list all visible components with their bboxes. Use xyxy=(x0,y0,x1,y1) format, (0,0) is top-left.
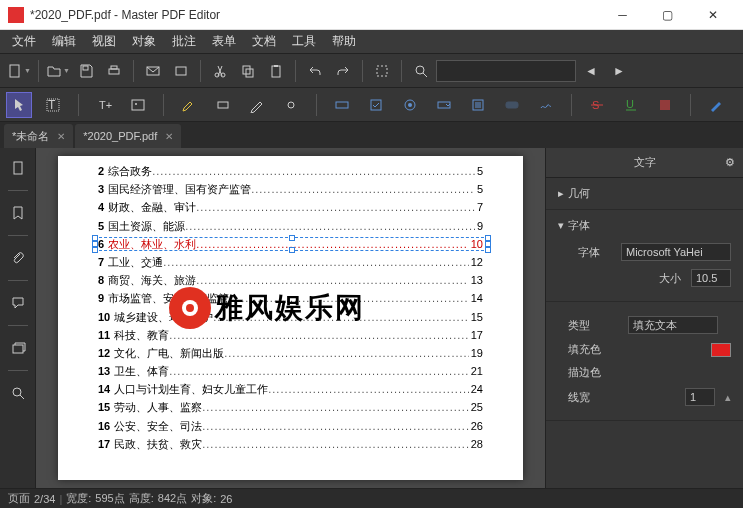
toc-line[interactable]: 17民政、扶贫、救灾..............................… xyxy=(98,438,483,451)
toc-title: 综合政务 xyxy=(108,165,152,178)
attachments-icon[interactable] xyxy=(4,244,32,272)
window-title: *2020_PDF.pdf - Master PDF Editor xyxy=(30,8,600,22)
text-edit-icon[interactable]: T xyxy=(40,92,66,118)
menu-help[interactable]: 帮助 xyxy=(324,30,364,53)
edit-toolbar: T T+ S U xyxy=(0,88,743,122)
menu-file[interactable]: 文件 xyxy=(4,30,44,53)
toc-line[interactable]: 7工业、交通..................................… xyxy=(98,256,483,269)
save-icon[interactable] xyxy=(73,58,99,84)
search-next-icon[interactable]: ► xyxy=(606,58,632,84)
form-text-icon[interactable] xyxy=(329,92,355,118)
search-input[interactable] xyxy=(436,60,576,82)
tab-untitled[interactable]: *未命名 ✕ xyxy=(4,124,73,148)
settings-icon[interactable]: ⚙ xyxy=(725,156,735,169)
form-dropdown-icon[interactable] xyxy=(431,92,457,118)
bookmarks-icon[interactable] xyxy=(4,199,32,227)
maximize-button[interactable]: ▢ xyxy=(645,0,690,30)
email-icon[interactable] xyxy=(140,58,166,84)
menu-view[interactable]: 视图 xyxy=(84,30,124,53)
main-area: 2综合政务...................................… xyxy=(0,148,743,488)
toc-line[interactable]: 15劳动、人事、监察..............................… xyxy=(98,401,483,414)
select-icon[interactable] xyxy=(369,58,395,84)
menu-object[interactable]: 对象 xyxy=(124,30,164,53)
toc-line[interactable]: 12文化、广电、新闻出版............................… xyxy=(98,347,483,360)
form-radio-icon[interactable] xyxy=(397,92,423,118)
layers-icon[interactable] xyxy=(4,334,32,362)
pointer-tool-icon[interactable] xyxy=(6,92,32,118)
form-signature-icon[interactable] xyxy=(533,92,559,118)
toc-leader: ........................................… xyxy=(202,420,469,433)
copy-icon[interactable] xyxy=(235,58,261,84)
menu-forms[interactable]: 表单 xyxy=(204,30,244,53)
toc-line[interactable]: 6农业、林业、水利...............................… xyxy=(98,238,483,251)
form-checkbox-icon[interactable] xyxy=(363,92,389,118)
toc-line[interactable]: 10城乡建设、环境保护.............................… xyxy=(98,311,483,324)
link-icon[interactable] xyxy=(278,92,304,118)
open-file-icon[interactable]: ▼ xyxy=(45,58,71,84)
new-file-icon[interactable]: ▼ xyxy=(6,58,32,84)
width-value: 595点 xyxy=(95,491,124,506)
undo-icon[interactable] xyxy=(302,58,328,84)
toc-number: 13 xyxy=(98,365,110,378)
search-icon[interactable] xyxy=(408,58,434,84)
toc-line[interactable]: 13卫生、体育.................................… xyxy=(98,365,483,378)
toc-line[interactable]: 4财政、金融、审计...............................… xyxy=(98,201,483,214)
highlight-icon[interactable] xyxy=(176,92,202,118)
group-font[interactable]: ▾ 字体 xyxy=(558,216,731,235)
close-button[interactable]: ✕ xyxy=(690,0,735,30)
width-input[interactable] xyxy=(685,388,715,406)
highlight-color-icon[interactable] xyxy=(652,92,678,118)
search-prev-icon[interactable]: ◄ xyxy=(578,58,604,84)
pencil-icon[interactable] xyxy=(244,92,270,118)
svg-point-13 xyxy=(416,66,424,74)
redo-icon[interactable] xyxy=(330,58,356,84)
form-list-icon[interactable] xyxy=(465,92,491,118)
paste-icon[interactable] xyxy=(263,58,289,84)
menu-document[interactable]: 文档 xyxy=(244,30,284,53)
svg-point-23 xyxy=(408,103,412,107)
menu-annotate[interactable]: 批注 xyxy=(164,30,204,53)
tab-document[interactable]: *2020_PDF.pdf ✕ xyxy=(75,124,181,148)
toc-line[interactable]: 8商贸、海关、旅游...............................… xyxy=(98,274,483,287)
menu-edit[interactable]: 编辑 xyxy=(44,30,84,53)
search-panel-icon[interactable] xyxy=(4,379,32,407)
type-select[interactable] xyxy=(628,316,718,334)
close-icon[interactable]: ✕ xyxy=(165,131,173,142)
menu-tools[interactable]: 工具 xyxy=(284,30,324,53)
thumbnails-icon[interactable] xyxy=(4,154,32,182)
toc-line[interactable]: 11科技、教育.................................… xyxy=(98,329,483,342)
toc-line[interactable]: 16公安、安全、司法..............................… xyxy=(98,420,483,433)
scan-icon[interactable] xyxy=(168,58,194,84)
comments-icon[interactable] xyxy=(4,289,32,317)
toc-line[interactable]: 3国民经济管理、国有资产监管..........................… xyxy=(98,183,483,196)
toc-page: 15 xyxy=(471,311,483,324)
page-canvas[interactable]: 2综合政务...................................… xyxy=(36,148,545,488)
underline-icon[interactable]: U xyxy=(618,92,644,118)
minimize-button[interactable]: ─ xyxy=(600,0,645,30)
stepper-icon[interactable]: ▴ xyxy=(725,391,731,404)
toc-leader: ........................................… xyxy=(229,292,469,305)
sign-icon[interactable] xyxy=(703,92,729,118)
insert-text-icon[interactable]: T+ xyxy=(91,92,117,118)
insert-image-icon[interactable] xyxy=(125,92,151,118)
size-input[interactable] xyxy=(691,269,731,287)
cut-icon[interactable] xyxy=(207,58,233,84)
font-select[interactable] xyxy=(621,243,731,261)
toc-line[interactable]: 9市场监管、安全生产监管............................… xyxy=(98,292,483,305)
toc-line[interactable]: 2综合政务...................................… xyxy=(98,165,483,178)
toc-line[interactable]: 14人口与计划生育、妇女儿童工作........................… xyxy=(98,383,483,396)
form-button-icon[interactable] xyxy=(499,92,525,118)
toc-line[interactable]: 5国土资源、能源................................… xyxy=(98,220,483,233)
print-icon[interactable] xyxy=(101,58,127,84)
pdf-page[interactable]: 2综合政务...................................… xyxy=(58,156,523,480)
shape-icon[interactable] xyxy=(210,92,236,118)
toc-page: 17 xyxy=(471,329,483,342)
fill-color-swatch[interactable] xyxy=(711,343,731,357)
strikethrough-icon[interactable]: S xyxy=(584,92,610,118)
window-controls: ─ ▢ ✕ xyxy=(600,0,735,30)
close-icon[interactable]: ✕ xyxy=(57,131,65,142)
font-label: 字体 xyxy=(578,245,611,260)
toc-number: 11 xyxy=(98,329,110,342)
group-geometry[interactable]: ▸ 几何 xyxy=(558,184,731,203)
toc-page: 10 xyxy=(471,238,483,251)
